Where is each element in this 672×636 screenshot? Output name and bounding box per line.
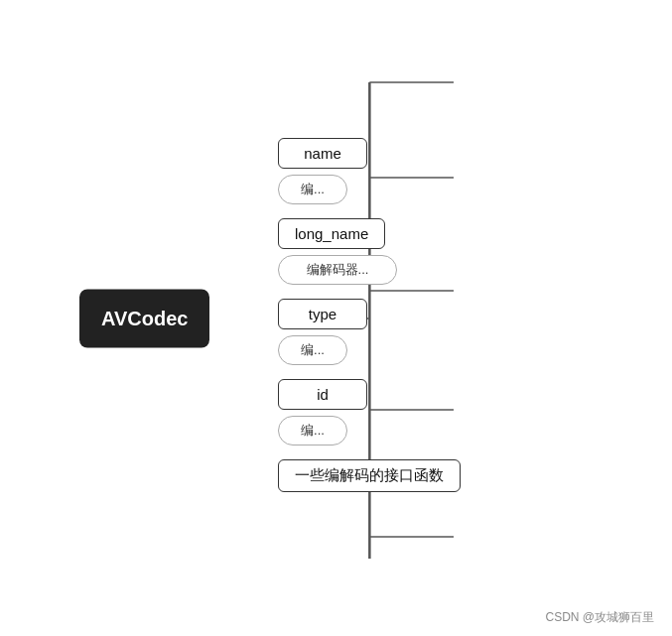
id-pill: 编... bbox=[278, 416, 347, 445]
type-group: type 编... bbox=[278, 299, 367, 369]
root-node: AVCodec bbox=[79, 289, 209, 347]
interface-box: 一些编解码的接口函数 bbox=[278, 459, 461, 492]
long-name-pill: 编解码器... bbox=[278, 255, 397, 285]
type-pill: 编... bbox=[278, 335, 347, 365]
long-name-box: long_name bbox=[278, 218, 385, 249]
diagram-container: AVCodec name 编... long_name 编解码器... type… bbox=[0, 31, 672, 606]
nodes-column: name 编... long_name 编解码器... type 编... id… bbox=[278, 31, 461, 606]
name-group: name 编... bbox=[278, 138, 367, 208]
id-group: id 编... bbox=[278, 379, 367, 449]
name-pill: 编... bbox=[278, 175, 347, 204]
long-name-group: long_name 编解码器... bbox=[278, 218, 397, 289]
footer-text: CSDN @攻城狮百里 bbox=[545, 609, 654, 626]
id-box: id bbox=[278, 379, 367, 410]
name-box: name bbox=[278, 138, 367, 169]
type-box: type bbox=[278, 299, 367, 329]
interface-group: 一些编解码的接口函数 bbox=[278, 459, 461, 498]
